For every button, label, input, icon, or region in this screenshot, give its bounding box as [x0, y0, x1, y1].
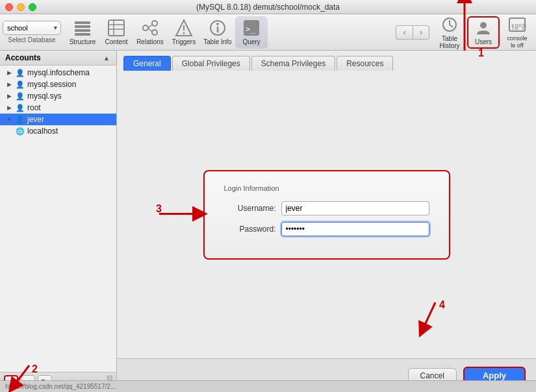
user-icon: 👤 — [16, 115, 25, 124]
relations-label: Relations — [136, 38, 164, 45]
svg-point-8 — [143, 25, 148, 31]
svg-rect-1 — [75, 25, 90, 28]
select-db-dropdown[interactable]: school — [3, 21, 61, 35]
window-title: (MySQL 8.0.18) demut/school/mock_data — [196, 3, 340, 12]
form-area: 3 Login Information Username: Password: — [117, 71, 536, 358]
svg-rect-2 — [75, 29, 90, 32]
item-label: mysql.infoschema — [27, 68, 90, 77]
nav-back-button[interactable]: ‹ — [396, 25, 413, 40]
svg-rect-0 — [75, 21, 90, 24]
console-icon: conso le off — [508, 16, 526, 34]
svg-point-22 — [480, 22, 487, 29]
svg-line-12 — [148, 28, 152, 32]
table-info-button[interactable]: Table Info — [201, 16, 234, 49]
svg-line-11 — [148, 25, 152, 28]
expand-icon: ▶ — [5, 80, 13, 88]
svg-text:>_: >_ — [246, 25, 255, 34]
relations-icon — [141, 19, 159, 37]
tab-schema-privileges-label: Schema Privileges — [261, 59, 325, 68]
users-icon — [474, 19, 492, 37]
tab-resources[interactable]: Resources — [337, 56, 393, 71]
query-icon: >_ — [242, 19, 261, 37]
table-history-button[interactable]: Table History — [433, 16, 466, 49]
user-icon: 👤 — [16, 68, 25, 77]
expand-icon: ▶ — [5, 69, 13, 77]
maximize-button[interactable] — [29, 3, 36, 11]
expand-icon: ▼ — [5, 116, 13, 123]
sidebar-list: ▶ 👤 mysql.infoschema ▶ 👤 mysql.session ▶… — [0, 66, 116, 372]
sidebar-item-localhost[interactable]: 🌐 localhost — [0, 125, 116, 137]
username-row: Username: — [224, 201, 429, 215]
item-label: localhost — [27, 127, 58, 136]
expand-icon: ▶ — [5, 92, 13, 100]
svg-text:le off: le off — [511, 25, 526, 31]
tab-general-label: General — [133, 59, 161, 68]
sidebar: Accounts ▲ ▶ 👤 mysql.infoschema ▶ 👤 mysq… — [0, 51, 117, 392]
tab-bar: General Global Privileges Schema Privile… — [117, 51, 536, 71]
query-button[interactable]: >_ Query — [235, 16, 268, 49]
tab-schema-privileges[interactable]: Schema Privileges — [251, 56, 335, 71]
svg-rect-4 — [108, 20, 124, 36]
tab-general[interactable]: General — [123, 56, 171, 71]
table-history-label: Table History — [433, 35, 466, 49]
statusbar: https://blog.csdn.net/qq_42195517/2... — [0, 380, 536, 392]
triggers-button[interactable]: Triggers — [168, 16, 200, 49]
relations-button[interactable]: Relations — [134, 16, 166, 49]
svg-point-15 — [183, 32, 185, 34]
minimize-button[interactable] — [17, 3, 25, 11]
select-db-group: school ▼ Select Database — [3, 21, 61, 43]
tab-global-privileges-label: Global Privileges — [182, 59, 240, 68]
triggers-label: Triggers — [172, 38, 196, 45]
host-icon: 🌐 — [16, 127, 25, 136]
svg-point-9 — [152, 21, 157, 26]
sidebar-header: Accounts ▲ — [0, 51, 116, 66]
svg-point-18 — [216, 23, 219, 25]
item-label: mysql.session — [27, 80, 76, 89]
select-db-wrapper[interactable]: school ▼ — [3, 21, 61, 35]
sidebar-item-mysql-session[interactable]: ▶ 👤 mysql.session — [0, 79, 116, 90]
item-label: jever — [27, 115, 44, 124]
console-button[interactable]: conso le off consolele off — [501, 16, 533, 49]
sidebar-item-jever[interactable]: ▼ 👤 jever — [0, 114, 116, 125]
user-icon: 👤 — [16, 103, 25, 112]
item-label: root — [27, 103, 41, 112]
sidebar-item-root[interactable]: ▶ 👤 root — [0, 102, 116, 114]
structure-icon — [73, 19, 92, 37]
nav-buttons: ‹ › — [396, 25, 429, 40]
nav-forward-button[interactable]: › — [413, 25, 429, 40]
svg-rect-3 — [75, 33, 90, 36]
content-label: Content — [105, 38, 127, 45]
password-label: Password: — [224, 225, 276, 234]
sidebar-item-mysql-infoschema[interactable]: ▶ 👤 mysql.infoschema — [0, 67, 116, 79]
query-label: Query — [242, 38, 260, 45]
close-button[interactable] — [5, 3, 13, 11]
table-history-icon — [440, 16, 459, 34]
users-label: Users — [475, 38, 492, 45]
table-info-label: Table Info — [203, 38, 231, 45]
window-controls[interactable] — [5, 3, 36, 11]
expand-icon: ▶ — [5, 104, 13, 112]
status-url: https://blog.csdn.net/qq_42195517/2... — [5, 383, 116, 390]
item-label: mysql.sys — [27, 92, 62, 101]
password-input[interactable] — [281, 222, 429, 236]
username-input[interactable] — [281, 201, 429, 215]
structure-button[interactable]: Structure — [66, 16, 99, 49]
table-info-icon — [209, 19, 227, 37]
login-box: Login Information Username: Password: — [203, 170, 450, 260]
structure-label: Structure — [70, 38, 96, 45]
user-icon: 👤 — [16, 92, 25, 101]
password-row: Password: — [224, 222, 429, 236]
annotation-3-container: 3 — [156, 201, 208, 228]
tab-global-privileges[interactable]: Global Privileges — [172, 56, 250, 71]
content-button[interactable]: Content — [100, 16, 133, 49]
content-icon — [107, 19, 125, 37]
sidebar-item-mysql-sys[interactable]: ▶ 👤 mysql.sys — [0, 90, 116, 102]
login-info-title: Login Information — [224, 184, 429, 192]
toolbar: school ▼ Select Database Structure — [0, 14, 536, 51]
sidebar-scroll-up[interactable]: ▲ — [102, 53, 111, 62]
console-label: consolele off — [507, 35, 527, 49]
users-button[interactable]: Users — [467, 16, 500, 49]
select-db-label: Select Database — [8, 36, 55, 43]
main-area: Accounts ▲ ▶ 👤 mysql.infoschema ▶ 👤 mysq… — [0, 51, 536, 392]
triggers-icon — [175, 19, 193, 37]
